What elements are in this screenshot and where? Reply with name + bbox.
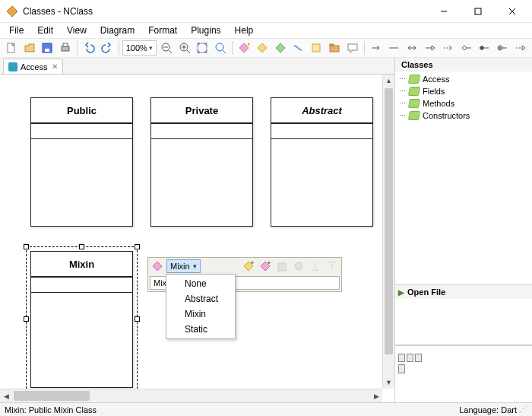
scroll-right-icon[interactable]: ▶ — [370, 389, 382, 402]
resize-handle-ne[interactable] — [135, 244, 140, 249]
link-compose-button[interactable] — [476, 40, 492, 56]
class-box-private[interactable]: Private — [150, 97, 253, 227]
zoom-in-button[interactable] — [176, 40, 193, 56]
svg-marker-34 — [462, 46, 467, 50]
link-line-button[interactable] — [385, 40, 402, 56]
svg-text:✦: ✦ — [246, 42, 250, 48]
status-left: Mixin: Public Mixin Class — [5, 405, 97, 414]
note-button[interactable] — [308, 40, 325, 56]
maximize-button[interactable] — [461, 0, 495, 23]
toolbar-separator — [232, 41, 233, 55]
tab-access[interactable]: Access ✕ — [3, 59, 63, 74]
class-box-abstract[interactable]: Abstract — [271, 97, 373, 227]
tree-twisty-icon[interactable]: ⋯ — [398, 112, 406, 119]
link-inherit-button[interactable] — [422, 40, 439, 56]
svg-marker-32 — [432, 46, 435, 50]
svg-text:✦: ✦ — [267, 260, 271, 265]
new-interface-button[interactable] — [272, 40, 289, 56]
tree-node[interactable]: ⋯ Fields — [398, 85, 529, 97]
link-nested-button[interactable] — [494, 40, 511, 56]
vertical-scrollbar[interactable]: ▲ ▼ — [382, 75, 394, 389]
link-aggregate-button[interactable] — [458, 40, 475, 56]
new-button[interactable] — [3, 40, 20, 56]
modifier-combo[interactable]: Mixin ▾ — [166, 259, 201, 273]
tree-twisty-icon[interactable]: ⋯ — [398, 100, 406, 107]
zoom-combo[interactable]: 100% ▾ — [122, 40, 157, 56]
comment-button[interactable] — [344, 40, 361, 56]
menu-edit[interactable]: Edit — [31, 24, 59, 37]
horizontal-scrollbar[interactable]: ◀ ▶ — [0, 389, 382, 402]
close-button[interactable] — [495, 0, 529, 23]
move-up-button[interactable] — [308, 259, 323, 274]
minimap[interactable] — [395, 345, 532, 402]
dropdown-item-static[interactable]: Static — [166, 322, 235, 337]
tree-node[interactable]: ⋯ Methods — [398, 97, 529, 110]
link-arrow-button[interactable] — [368, 40, 385, 56]
left-pane: Access ✕ Public Private Abstract Mixin — [0, 58, 395, 402]
class-box-mixin[interactable]: Mixin — [30, 251, 133, 388]
resize-handle-n[interactable] — [79, 244, 84, 249]
tree-label: Methods — [423, 99, 454, 108]
resize-handle-e[interactable] — [135, 316, 140, 322]
svg-line-4 — [509, 8, 515, 14]
dropdown-item-none[interactable]: None — [166, 276, 235, 291]
new-struct-button[interactable] — [254, 40, 271, 56]
resize-grip-icon[interactable]: ⋰ — [517, 405, 527, 414]
class-box-public[interactable]: Public — [30, 97, 133, 227]
tree-node[interactable]: ⋯ Constructors — [398, 110, 529, 122]
resize-handle-nw[interactable] — [24, 244, 29, 249]
delete-member-button[interactable] — [274, 259, 290, 274]
tree-twisty-icon[interactable]: ⋯ — [398, 87, 406, 95]
dropdown-item-mixin[interactable]: Mixin — [166, 306, 235, 322]
menu-diagram[interactable]: Diagram — [94, 24, 141, 37]
move-down-button[interactable] — [325, 259, 340, 274]
open-button[interactable] — [21, 40, 38, 56]
zoom-fit-button[interactable] — [212, 40, 229, 56]
menu-file[interactable]: File — [3, 24, 30, 37]
class-title: Public — [31, 98, 132, 124]
add-method-button[interactable]: ✦ — [241, 259, 256, 274]
minimize-button[interactable] — [426, 0, 461, 23]
menu-format[interactable]: Format — [142, 24, 183, 37]
class-section-divider — [271, 124, 372, 139]
resize-handle-w[interactable] — [24, 316, 29, 322]
toolbar-separator — [364, 41, 365, 55]
undo-button[interactable] — [81, 40, 97, 56]
scroll-down-icon[interactable]: ▼ — [383, 376, 394, 389]
dropdown-item-abstract[interactable]: Abstract — [166, 291, 235, 306]
menu-plugins[interactable]: Plugins — [185, 24, 226, 37]
association-button[interactable] — [290, 40, 306, 56]
menu-help[interactable]: Help — [229, 24, 260, 37]
tree-node[interactable]: ⋯ Access — [398, 73, 529, 85]
window-title: Classes - NClass — [23, 6, 93, 17]
zoom-out-button[interactable] — [158, 40, 175, 56]
panel-header-classes[interactable]: Classes — [395, 58, 532, 71]
scroll-thumb[interactable] — [14, 391, 90, 401]
close-icon[interactable]: ✕ — [52, 62, 58, 71]
scroll-left-icon[interactable]: ◀ — [0, 389, 12, 402]
menu-bar: File Edit View Diagram Format Plugins He… — [0, 23, 532, 38]
auto-zoom-button[interactable] — [194, 40, 211, 56]
link-realize-button[interactable] — [512, 40, 529, 56]
diagram-canvas[interactable]: Public Private Abstract Mixin — [0, 75, 394, 402]
panel-header-open-file[interactable]: ▶ Open File — [395, 285, 532, 299]
add-field-button[interactable]: ✦ — [258, 259, 273, 274]
svg-text:✦: ✦ — [250, 260, 255, 265]
link-bidir-button[interactable] — [404, 40, 420, 56]
new-class-button[interactable]: ✦ — [236, 40, 252, 56]
package-button[interactable] — [326, 40, 343, 56]
redo-button[interactable] — [99, 40, 116, 56]
app-icon — [6, 5, 18, 17]
scroll-up-icon[interactable]: ▲ — [383, 75, 394, 87]
class-title: Private — [151, 98, 252, 124]
tree-twisty-icon[interactable]: ⋯ — [398, 75, 406, 83]
scroll-thumb[interactable] — [385, 88, 393, 354]
visibility-button[interactable] — [150, 259, 165, 274]
print-button[interactable] — [57, 40, 74, 56]
member-settings-button[interactable] — [291, 259, 306, 274]
save-button[interactable] — [40, 40, 56, 56]
svg-rect-26 — [330, 44, 334, 46]
link-dashed-button[interactable] — [440, 40, 457, 56]
svg-line-14 — [187, 50, 190, 53]
menu-view[interactable]: View — [61, 24, 93, 37]
